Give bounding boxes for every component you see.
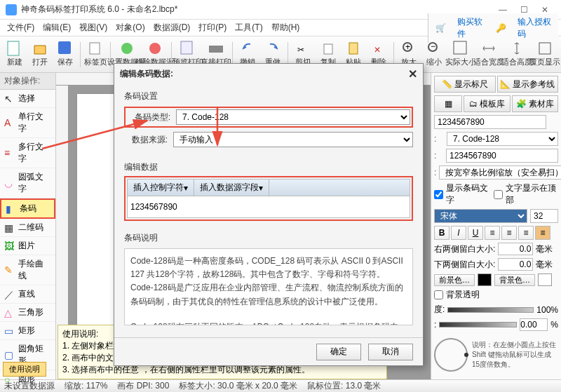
tb-fitw[interactable]: 适合宽度 xyxy=(475,39,502,71)
btn-italic[interactable]: I xyxy=(451,226,466,240)
bg-swatch[interactable] xyxy=(538,273,552,286)
tb-new[interactable]: 新建 xyxy=(3,39,27,71)
tool-icon: ▦ xyxy=(4,222,15,234)
tb-fith[interactable]: 适合高度 xyxy=(503,39,530,71)
prop-scale[interactable]: 按宽窄条比例缩放（安全易扫） xyxy=(439,165,561,180)
prop-font-size[interactable] xyxy=(530,209,558,223)
prop-font[interactable]: 宋体 xyxy=(434,209,527,223)
svg-rect-9 xyxy=(349,43,358,54)
prop-margin-tb[interactable] xyxy=(498,258,533,271)
tool-手绘曲线[interactable]: ✎手绘曲线 xyxy=(0,255,55,285)
buy-link[interactable]: 购买软件 xyxy=(453,16,489,40)
btn-show-guides[interactable]: 📐显示参考线 xyxy=(497,76,559,93)
svg-text:✂: ✂ xyxy=(297,45,304,55)
lbl-barcode-type: 条码类型: xyxy=(127,111,170,123)
svg-rect-2 xyxy=(90,43,100,54)
tool-三角形[interactable]: △三角形 xyxy=(0,304,55,322)
tool-图片[interactable]: 🖼图片 xyxy=(0,237,55,255)
tool-选择[interactable]: ↖选择 xyxy=(0,90,55,108)
menu-file[interactable]: 文件(F) xyxy=(3,22,39,34)
menu-help[interactable]: 帮助(H) xyxy=(267,22,304,34)
tab-assets[interactable]: 🧩素材库 xyxy=(512,95,559,112)
status-size: 标签大小: 30.0 毫米 x 20.0 毫米 xyxy=(179,380,297,392)
sel-barcode-type[interactable]: 7. Code-128 xyxy=(176,109,410,125)
tool-icon: ↖ xyxy=(4,93,15,104)
menu-tools[interactable]: 工具(T) xyxy=(231,22,266,34)
tool-条码[interactable]: ▮条码 xyxy=(0,198,55,219)
btn-align-left[interactable]: ≡ xyxy=(485,226,500,240)
tool-label: 图片 xyxy=(18,240,35,252)
prop-margin-lr[interactable] xyxy=(498,243,533,255)
tool-label: 选择 xyxy=(18,93,35,104)
btn-show-ruler[interactable]: 📏显示标尺 xyxy=(434,76,496,93)
tb-zoom100[interactable]: 实际大小 xyxy=(447,39,474,71)
cb-text-top[interactable] xyxy=(494,190,503,199)
dialog-close[interactable]: ✕ xyxy=(408,67,417,81)
tool-label: 矩形 xyxy=(18,325,35,337)
tool-直线[interactable]: ／直线 xyxy=(0,285,55,304)
btn-show-grid[interactable]: ▦ xyxy=(434,95,462,112)
tb-fitpage[interactable]: 覆页显示 xyxy=(532,39,558,71)
sec-edit-data: 编辑数据 xyxy=(124,161,413,173)
help-tab[interactable]: 使用说明 xyxy=(3,362,46,377)
tool-多行文字[interactable]: ≡多行文字 xyxy=(0,138,55,168)
opacity-slider[interactable] xyxy=(447,307,534,313)
rotation-slider[interactable] xyxy=(439,322,517,327)
btn-fg-color[interactable]: 前景色… xyxy=(434,274,475,286)
menu-edit[interactable]: 编辑(E) xyxy=(39,22,75,34)
btn-align-right[interactable]: ≡ xyxy=(518,226,534,240)
tb-save[interactable]: 保存 xyxy=(53,39,77,71)
prop-type[interactable]: 7. Code-128 xyxy=(447,132,558,146)
tool-icon: ≡ xyxy=(4,147,15,158)
auth-link[interactable]: 输入授权码 xyxy=(513,16,555,40)
tool-label: 圆弧文字 xyxy=(18,171,51,195)
svg-rect-8 xyxy=(324,44,332,54)
btn-insert-field[interactable]: 插入数据源字段▾ xyxy=(194,180,269,196)
btn-bg-color[interactable]: 背景色… xyxy=(494,274,535,286)
asset-icon: 🧩 xyxy=(516,99,527,109)
app-icon xyxy=(6,4,17,15)
prop-data[interactable] xyxy=(446,149,558,163)
tb-open[interactable]: 打开 xyxy=(28,39,52,71)
menu-object[interactable]: 对象(O) xyxy=(111,22,149,34)
barcode-data-input[interactable] xyxy=(128,196,410,217)
tool-单行文字[interactable]: A单行文字 xyxy=(0,108,55,138)
guides-icon: 📐 xyxy=(500,79,511,89)
svg-rect-5 xyxy=(181,41,192,54)
fg-swatch[interactable] xyxy=(478,273,492,286)
tool-label: 多行文字 xyxy=(18,141,51,165)
cb-show-text[interactable] xyxy=(434,190,443,199)
tool-矩形[interactable]: ▭矩形 xyxy=(0,322,55,340)
btn-align-center[interactable]: ≡ xyxy=(501,226,517,240)
tool-icon: ◡ xyxy=(4,177,15,189)
tab-templates[interactable]: 🗂模板库 xyxy=(464,95,511,112)
window-title: 神奇条码标签打印系统 6.0 - 未命名2.lbcp* xyxy=(21,4,492,15)
status-ds: 未设置数据源 xyxy=(4,380,55,392)
btn-ok[interactable]: 确定 xyxy=(316,344,361,360)
sel-data-source[interactable]: 手动输入 xyxy=(173,132,413,147)
svg-rect-15 xyxy=(454,41,466,54)
menu-view[interactable]: 视图(V) xyxy=(75,22,111,34)
menu-datasource[interactable]: 数据源(D) xyxy=(149,22,195,34)
object-toolbar: 对象操作: ↖选择A单行文字≡多行文字◡圆弧文字▮条码▦二维码🖼图片✎手绘曲线／… xyxy=(0,73,56,379)
cb-transparent[interactable] xyxy=(434,290,443,299)
tool-label: 直线 xyxy=(18,288,35,300)
tool-二维码[interactable]: ▦二维码 xyxy=(0,219,55,237)
tb-pages[interactable]: 标签页 xyxy=(83,39,107,71)
highlight-type-row: 条码类型: 7. Code-128 xyxy=(124,107,413,128)
menu-print[interactable]: 打印(P) xyxy=(194,22,231,34)
tool-圆弧文字[interactable]: ◡圆弧文字 xyxy=(0,168,55,198)
rotation-wheel[interactable] xyxy=(434,338,468,372)
tb-zoomout[interactable]: −缩小 xyxy=(422,39,446,71)
prop-value[interactable] xyxy=(434,115,546,129)
svg-text:✕: ✕ xyxy=(374,45,381,55)
svg-text:−: − xyxy=(431,41,435,51)
btn-underline[interactable]: U xyxy=(468,226,483,240)
btn-insert-ctrl[interactable]: 插入控制字符▾ xyxy=(128,180,194,196)
rotation-input[interactable] xyxy=(520,318,548,331)
menubar: 文件(F) 编辑(E) 视图(V) 对象(O) 数据源(D) 打印(P) 工具(… xyxy=(0,20,561,36)
btn-align-justify[interactable]: ≡ xyxy=(535,226,550,240)
tool-icon: ▭ xyxy=(4,325,15,337)
btn-cancel[interactable]: 取消 xyxy=(368,344,413,360)
btn-bold[interactable]: B xyxy=(434,226,450,240)
